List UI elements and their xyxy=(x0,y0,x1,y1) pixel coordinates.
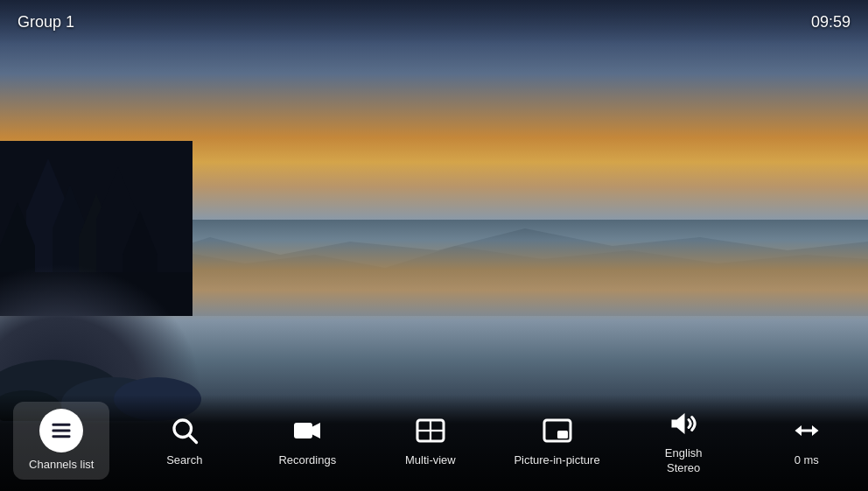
svg-marker-26 xyxy=(672,413,685,434)
nav-item-channels-list[interactable]: Channels list xyxy=(13,402,109,480)
search-label: Search xyxy=(166,453,202,468)
nav-item-multi-view[interactable]: Multi-view xyxy=(382,406,479,475)
nav-item-recordings[interactable]: Recordings xyxy=(259,406,355,475)
sync-icon xyxy=(789,413,824,448)
bottom-navigation: Channels list Search Recordings xyxy=(0,395,868,491)
svg-rect-14 xyxy=(52,424,71,426)
channels-list-label: Channels list xyxy=(29,458,94,473)
search-icon xyxy=(167,413,202,448)
time-display: 09:59 xyxy=(811,13,850,32)
audio-icon xyxy=(666,406,701,441)
svg-marker-27 xyxy=(794,425,818,436)
nav-item-search[interactable]: Search xyxy=(136,406,233,475)
svg-rect-19 xyxy=(294,423,312,438)
group-title: Group 1 xyxy=(18,13,74,32)
recordings-label: Recordings xyxy=(278,453,336,468)
nav-item-audio[interactable]: English Stereo xyxy=(635,399,732,483)
video-record-icon xyxy=(290,413,325,448)
sync-label: 0 ms xyxy=(794,453,819,468)
menu-icon xyxy=(39,409,83,452)
multi-view-label: Multi-view xyxy=(405,453,456,468)
pip-icon xyxy=(540,413,575,448)
pip-label: Picture-in-picture xyxy=(514,453,599,468)
nav-item-pip[interactable]: Picture-in-picture xyxy=(505,406,608,475)
svg-rect-25 xyxy=(557,431,568,438)
svg-marker-20 xyxy=(312,423,320,438)
multiview-icon xyxy=(413,413,448,448)
svg-line-18 xyxy=(189,435,196,442)
audio-label: English Stereo xyxy=(665,446,703,476)
svg-rect-15 xyxy=(52,430,71,432)
svg-rect-16 xyxy=(52,435,71,438)
nav-item-sync[interactable]: 0 ms xyxy=(759,406,855,475)
top-bar: Group 1 09:59 xyxy=(0,0,868,44)
